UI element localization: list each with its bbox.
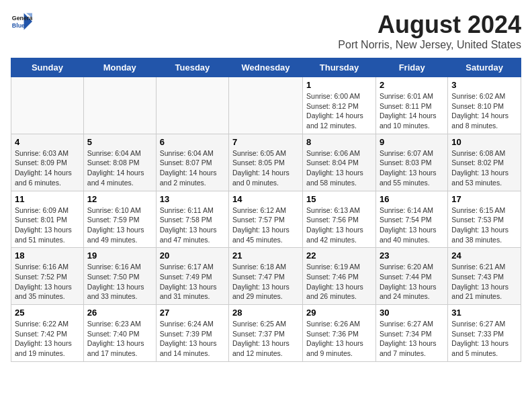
calendar-cell: 30Sunrise: 6:27 AM Sunset: 7:34 PM Dayli…: [375, 305, 447, 362]
day-number: 14: [232, 194, 299, 204]
day-number: 7: [232, 137, 299, 147]
day-number: 22: [306, 250, 372, 261]
calendar-week-2: 4Sunrise: 6:03 AM Sunset: 8:09 PM Daylig…: [11, 134, 521, 191]
day-number: 20: [160, 250, 225, 261]
day-info: Sunrise: 6:07 AM Sunset: 8:03 PM Dayligh…: [380, 148, 444, 188]
calendar-cell: 4Sunrise: 6:03 AM Sunset: 8:09 PM Daylig…: [11, 134, 84, 191]
day-info: Sunrise: 6:05 AM Sunset: 8:05 PM Dayligh…: [232, 148, 299, 188]
page-subtitle: Port Norris, New Jersey, United States: [338, 39, 521, 51]
day-info: Sunrise: 6:10 AM Sunset: 7:59 PM Dayligh…: [87, 205, 152, 245]
calendar-cell: 2Sunrise: 6:01 AM Sunset: 8:11 PM Daylig…: [375, 77, 447, 134]
day-info: Sunrise: 6:24 AM Sunset: 7:39 PM Dayligh…: [160, 319, 225, 359]
calendar-cell: 7Sunrise: 6:05 AM Sunset: 8:05 PM Daylig…: [229, 134, 303, 191]
calendar-cell: 3Sunrise: 6:02 AM Sunset: 8:10 PM Daylig…: [448, 77, 521, 134]
day-info: Sunrise: 6:17 AM Sunset: 7:49 PM Dayligh…: [160, 262, 225, 302]
day-info: Sunrise: 6:06 AM Sunset: 8:04 PM Dayligh…: [306, 148, 372, 188]
calendar-cell: 19Sunrise: 6:16 AM Sunset: 7:50 PM Dayli…: [83, 248, 156, 305]
day-info: Sunrise: 6:20 AM Sunset: 7:44 PM Dayligh…: [380, 262, 444, 302]
svg-text:General: General: [12, 15, 32, 21]
day-number: 10: [451, 137, 517, 147]
day-number: 11: [15, 194, 80, 204]
day-info: Sunrise: 6:22 AM Sunset: 7:42 PM Dayligh…: [15, 319, 80, 359]
calendar-cell: 11Sunrise: 6:09 AM Sunset: 8:01 PM Dayli…: [11, 191, 84, 248]
day-number: 23: [380, 250, 444, 261]
calendar-cell: 22Sunrise: 6:19 AM Sunset: 7:46 PM Dayli…: [303, 248, 376, 305]
calendar-cell: 14Sunrise: 6:12 AM Sunset: 7:57 PM Dayli…: [229, 191, 303, 248]
day-number: 5: [87, 137, 152, 147]
day-number: 15: [306, 194, 372, 204]
day-number: 31: [451, 308, 517, 318]
calendar-cell: [11, 77, 84, 134]
calendar-cell: [229, 77, 303, 134]
weekday-header-monday: Monday: [83, 58, 156, 77]
calendar-cell: 24Sunrise: 6:21 AM Sunset: 7:43 PM Dayli…: [448, 248, 521, 305]
weekday-header-wednesday: Wednesday: [229, 58, 303, 77]
day-number: 30: [380, 308, 444, 318]
logo-icon: General Blue: [11, 11, 32, 32]
svg-text:Blue: Blue: [12, 22, 25, 29]
day-number: 25: [15, 308, 80, 318]
calendar-cell: [156, 77, 228, 134]
calendar-cell: 15Sunrise: 6:13 AM Sunset: 7:56 PM Dayli…: [303, 191, 376, 248]
day-number: 8: [306, 137, 372, 147]
calendar-cell: 17Sunrise: 6:15 AM Sunset: 7:53 PM Dayli…: [448, 191, 521, 248]
day-info: Sunrise: 6:11 AM Sunset: 7:58 PM Dayligh…: [160, 205, 225, 245]
day-number: 1: [306, 80, 372, 90]
calendar-cell: 5Sunrise: 6:04 AM Sunset: 8:08 PM Daylig…: [83, 134, 156, 191]
calendar-cell: 16Sunrise: 6:14 AM Sunset: 7:54 PM Dayli…: [375, 191, 447, 248]
day-number: 28: [232, 308, 299, 318]
day-number: 18: [15, 250, 80, 261]
day-info: Sunrise: 6:14 AM Sunset: 7:54 PM Dayligh…: [380, 205, 444, 245]
calendar-cell: 12Sunrise: 6:10 AM Sunset: 7:59 PM Dayli…: [83, 191, 156, 248]
day-info: Sunrise: 6:25 AM Sunset: 7:37 PM Dayligh…: [232, 319, 299, 359]
calendar-week-5: 25Sunrise: 6:22 AM Sunset: 7:42 PM Dayli…: [11, 305, 521, 362]
day-number: 13: [160, 194, 225, 204]
calendar-cell: 13Sunrise: 6:11 AM Sunset: 7:58 PM Dayli…: [156, 191, 228, 248]
day-number: 27: [160, 308, 225, 318]
calendar-cell: 29Sunrise: 6:26 AM Sunset: 7:36 PM Dayli…: [303, 305, 376, 362]
calendar-cell: 21Sunrise: 6:18 AM Sunset: 7:47 PM Dayli…: [229, 248, 303, 305]
day-info: Sunrise: 6:09 AM Sunset: 8:01 PM Dayligh…: [15, 205, 80, 245]
logo: General Blue: [11, 11, 35, 32]
weekday-header-thursday: Thursday: [303, 58, 376, 77]
day-number: 17: [451, 194, 517, 204]
day-number: 4: [15, 137, 80, 147]
day-info: Sunrise: 6:16 AM Sunset: 7:50 PM Dayligh…: [87, 262, 152, 302]
calendar-cell: 26Sunrise: 6:23 AM Sunset: 7:40 PM Dayli…: [83, 305, 156, 362]
day-info: Sunrise: 6:16 AM Sunset: 7:52 PM Dayligh…: [15, 262, 80, 302]
day-number: 2: [380, 80, 444, 90]
page-header: General Blue August 2024 Port Norris, Ne…: [11, 11, 521, 51]
calendar-cell: 6Sunrise: 6:04 AM Sunset: 8:07 PM Daylig…: [156, 134, 228, 191]
day-number: 6: [160, 137, 225, 147]
weekday-header-sunday: Sunday: [11, 58, 84, 77]
calendar-cell: 28Sunrise: 6:25 AM Sunset: 7:37 PM Dayli…: [229, 305, 303, 362]
title-area: August 2024 Port Norris, New Jersey, Uni…: [338, 11, 521, 51]
page-title: August 2024: [338, 11, 521, 39]
day-number: 24: [451, 250, 517, 261]
weekday-header-tuesday: Tuesday: [156, 58, 228, 77]
day-number: 16: [380, 194, 444, 204]
day-info: Sunrise: 6:13 AM Sunset: 7:56 PM Dayligh…: [306, 205, 372, 245]
day-number: 12: [87, 194, 152, 204]
day-info: Sunrise: 6:23 AM Sunset: 7:40 PM Dayligh…: [87, 319, 152, 359]
day-number: 9: [380, 137, 444, 147]
day-number: 3: [451, 80, 517, 90]
day-info: Sunrise: 6:04 AM Sunset: 8:08 PM Dayligh…: [87, 148, 152, 188]
calendar-cell: 8Sunrise: 6:06 AM Sunset: 8:04 PM Daylig…: [303, 134, 376, 191]
calendar-cell: 18Sunrise: 6:16 AM Sunset: 7:52 PM Dayli…: [11, 248, 84, 305]
day-info: Sunrise: 6:01 AM Sunset: 8:11 PM Dayligh…: [380, 91, 444, 131]
day-info: Sunrise: 6:21 AM Sunset: 7:43 PM Dayligh…: [451, 262, 517, 302]
day-info: Sunrise: 6:27 AM Sunset: 7:33 PM Dayligh…: [451, 319, 517, 359]
calendar-cell: 1Sunrise: 6:00 AM Sunset: 8:12 PM Daylig…: [303, 77, 376, 134]
calendar-week-4: 18Sunrise: 6:16 AM Sunset: 7:52 PM Dayli…: [11, 248, 521, 305]
calendar-cell: 25Sunrise: 6:22 AM Sunset: 7:42 PM Dayli…: [11, 305, 84, 362]
calendar-cell: 31Sunrise: 6:27 AM Sunset: 7:33 PM Dayli…: [448, 305, 521, 362]
day-info: Sunrise: 6:00 AM Sunset: 8:12 PM Dayligh…: [306, 91, 372, 131]
calendar-body: 1Sunrise: 6:00 AM Sunset: 8:12 PM Daylig…: [11, 77, 521, 362]
day-number: 19: [87, 250, 152, 261]
calendar-cell: 27Sunrise: 6:24 AM Sunset: 7:39 PM Dayli…: [156, 305, 228, 362]
day-number: 26: [87, 308, 152, 318]
weekday-header-row: SundayMondayTuesdayWednesdayThursdayFrid…: [11, 58, 521, 77]
weekday-header-saturday: Saturday: [448, 58, 521, 77]
day-number: 21: [232, 250, 299, 261]
